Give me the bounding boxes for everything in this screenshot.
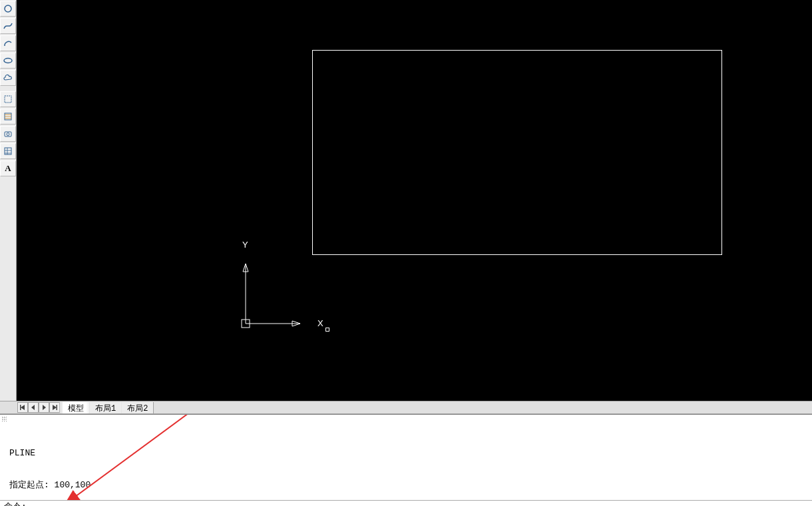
tab-layout1[interactable]: 布局1 — [90, 402, 122, 413]
command-prompt-label: 命令: — [4, 501, 27, 506]
cloud-tool-icon[interactable] — [0, 70, 16, 86]
svg-point-1 — [4, 59, 12, 63]
tab-label: 模型 — [68, 404, 84, 413]
tab-nav-prev-icon[interactable] — [28, 402, 39, 413]
ellipse-tool-icon[interactable] — [0, 53, 16, 69]
svg-rect-13 — [57, 405, 58, 410]
log-line: 指定起点: 100,100 — [9, 480, 809, 491]
circle-tool-icon[interactable] — [0, 1, 16, 17]
drawn-rectangle — [312, 50, 722, 255]
ucs-y-label: Y — [242, 240, 248, 250]
ucs-origin-icon: Y X — [239, 244, 332, 337]
hatch-tool-icon[interactable] — [0, 109, 16, 125]
tab-layout2[interactable]: 布局2 — [122, 402, 154, 413]
command-input[interactable] — [28, 501, 812, 507]
tab-label: 布局1 — [95, 404, 116, 413]
drawing-canvas[interactable]: Y X — [17, 0, 812, 401]
table-tool-icon[interactable] — [0, 143, 16, 159]
spline-tool-icon[interactable] — [0, 18, 16, 34]
arc-tool-icon[interactable] — [0, 35, 16, 51]
panel-grip-icon[interactable] — [1, 416, 7, 421]
text-tool-icon[interactable]: A — [0, 160, 16, 176]
svg-rect-6 — [5, 148, 11, 154]
svg-rect-12 — [20, 405, 21, 410]
layout-tab-strip: 模型 布局1 布局2 — [0, 401, 812, 414]
command-line: 命令: — [0, 500, 812, 506]
svg-point-0 — [5, 5, 11, 12]
region-tool-icon[interactable] — [0, 91, 16, 107]
ucs-x-label: X — [317, 318, 323, 328]
svg-point-5 — [7, 133, 9, 136]
ucs-cursor-box — [325, 328, 329, 332]
tab-nav-buttons — [17, 402, 60, 413]
log-line: PLINE — [9, 448, 809, 459]
toolbar-divider — [0, 87, 16, 91]
workspace-row: A Y X — [0, 0, 812, 401]
command-history[interactable]: PLINE 指定起点: 100,100 当前线宽为 0.0000 指定下一个点或… — [0, 414, 812, 500]
snapshot-tool-icon[interactable] — [0, 126, 16, 142]
tab-nav-first-icon[interactable] — [17, 402, 28, 413]
tab-label: 布局2 — [127, 404, 148, 413]
left-toolbar: A — [0, 0, 17, 401]
tab-nav-next-icon[interactable] — [39, 402, 49, 413]
svg-rect-2 — [5, 96, 11, 103]
